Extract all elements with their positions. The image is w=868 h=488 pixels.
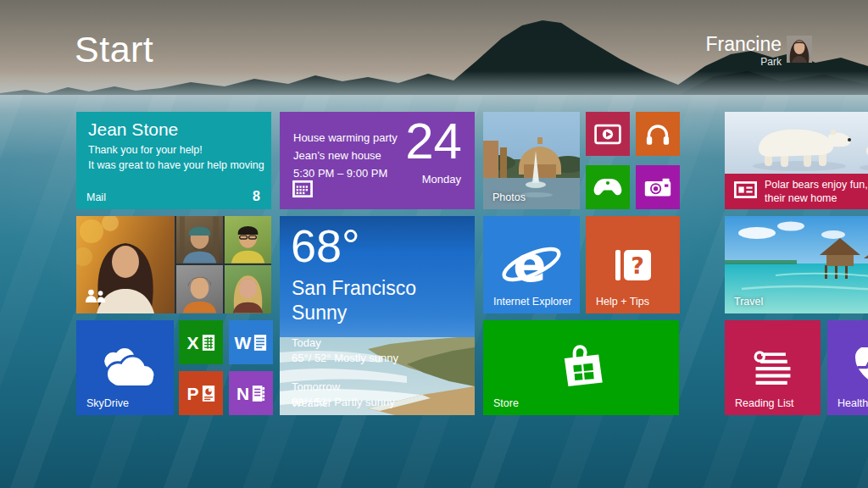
news-headline: Polar bears enjoy fun, free their new ho… xyxy=(765,178,868,206)
people-photo-2 xyxy=(176,216,223,263)
news-banner: Polar bears enjoy fun, free their new ho… xyxy=(725,174,868,209)
people-icon xyxy=(85,289,107,307)
powerpoint-icon: P xyxy=(179,371,223,415)
tile-photos[interactable]: Photos xyxy=(483,112,580,209)
mail-subject: Thank you for your help! xyxy=(88,144,203,156)
tile-camera[interactable] xyxy=(636,165,680,209)
tile-reading-list[interactable]: Reading List xyxy=(725,320,821,415)
tile-video[interactable] xyxy=(586,112,630,156)
weather-temperature: 68° xyxy=(291,219,360,272)
tile-weather[interactable]: 68° San Francisco Sunny Today 65°/ 52° M… xyxy=(280,216,475,415)
weather-label: Weather xyxy=(292,397,331,409)
tile-word[interactable]: W xyxy=(229,320,273,364)
tile-mail[interactable]: Jean Stone Thank you for your help! It w… xyxy=(76,112,271,209)
tile-internet-explorer[interactable]: e Internet Explorer xyxy=(483,216,580,313)
onenote-letter: N xyxy=(236,385,249,402)
people-photo-4 xyxy=(176,265,223,313)
mail-label: Mail xyxy=(86,191,106,203)
calendar-event: House warming party Jean’s new house 5:3… xyxy=(293,130,398,182)
svg-text:e: e xyxy=(513,237,546,293)
tile-store[interactable]: Store xyxy=(483,320,679,415)
people-photo-3 xyxy=(225,216,271,263)
weather-city: San Francisco xyxy=(292,277,416,300)
help-tips-label: Help + Tips xyxy=(596,296,649,308)
avatar[interactable] xyxy=(787,36,812,63)
reading-list-label: Reading List xyxy=(735,397,794,409)
tile-games[interactable] xyxy=(586,165,630,209)
weather-condition: Sunny xyxy=(292,302,347,324)
tile-music[interactable] xyxy=(636,112,680,156)
play-screen-icon xyxy=(586,112,630,156)
svg-text:?: ? xyxy=(631,252,644,279)
skydrive-label: SkyDrive xyxy=(86,397,129,409)
mail-preview: It was great to have your help moving xyxy=(88,159,264,171)
weather-today-forecast: 65°/ 52° Mostly sunny xyxy=(292,352,398,364)
word-icon: W xyxy=(229,320,273,364)
calendar-event-location: Jean’s new house xyxy=(293,147,398,165)
tile-calendar[interactable]: House warming party Jean’s new house 5:3… xyxy=(280,112,475,209)
tile-travel[interactable]: Travel xyxy=(725,216,868,313)
tile-people[interactable] xyxy=(76,216,271,313)
weather-tomorrow-label: Tomorrow xyxy=(292,380,340,393)
travel-label: Travel xyxy=(734,296,763,308)
people-photo-1 xyxy=(76,216,175,313)
excel-icon: X xyxy=(179,320,223,364)
store-label: Store xyxy=(493,397,519,409)
game-controller-icon xyxy=(586,165,630,209)
health-fitness-label: Health & Fitness xyxy=(837,397,868,409)
mail-unread-badge: 8 xyxy=(253,189,260,204)
newspaper-icon xyxy=(734,181,757,202)
people-photo-5 xyxy=(225,265,271,313)
page-title: Start xyxy=(75,29,153,70)
tile-onenote[interactable]: N xyxy=(229,371,273,415)
tile-powerpoint[interactable]: P xyxy=(179,371,223,415)
tile-help-tips[interactable]: ? Help + Tips xyxy=(586,216,680,313)
tile-excel[interactable]: X xyxy=(179,320,223,364)
calendar-date: 24 xyxy=(405,112,462,170)
headphones-icon xyxy=(636,112,680,156)
mail-sender: Jean Stone xyxy=(88,119,178,140)
news-polar-bears-photo xyxy=(725,112,868,174)
user-name: Francine Park xyxy=(706,34,782,68)
word-letter: W xyxy=(235,334,252,352)
tile-news[interactable]: Polar bears enjoy fun, free their new ho… xyxy=(725,112,868,209)
calendar-weekday: Monday xyxy=(422,173,461,186)
start-screen: Start Francine Park Jean Stone Thank you… xyxy=(0,0,868,488)
weather-today-label: Today xyxy=(292,336,321,349)
excel-letter: X xyxy=(186,334,198,352)
photos-label: Photos xyxy=(492,191,526,203)
calendar-event-title: House warming party xyxy=(293,130,398,147)
camera-icon xyxy=(636,165,680,209)
onenote-icon: N xyxy=(229,371,273,415)
calendar-grid-icon xyxy=(292,180,313,202)
tile-skydrive[interactable]: SkyDrive xyxy=(76,320,174,415)
internet-explorer-label: Internet Explorer xyxy=(493,296,571,308)
powerpoint-letter: P xyxy=(186,385,198,402)
tile-health-fitness[interactable]: Health & Fitness xyxy=(827,320,868,415)
